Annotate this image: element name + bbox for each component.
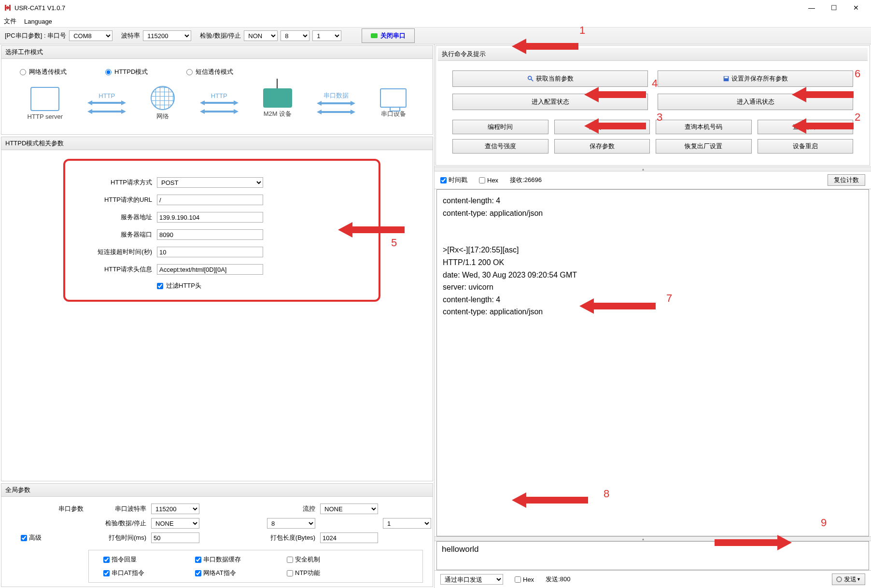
send-count-label: 发送:800 bbox=[546, 575, 570, 584]
server-port-input[interactable] bbox=[157, 229, 263, 240]
server-addr-input[interactable] bbox=[157, 212, 263, 223]
send-via-select[interactable]: 通过串口发送 bbox=[440, 574, 503, 585]
cmd-echo-checkbox[interactable]: 指令回显 bbox=[103, 555, 176, 564]
compile-time-button[interactable]: 编程时间 bbox=[452, 120, 548, 134]
global-params-title: 全局参数 bbox=[1, 484, 433, 497]
annotation-number-9: 9 bbox=[821, 517, 827, 529]
timestamp-checkbox[interactable]: 时间戳 bbox=[440, 176, 467, 184]
http-server-label: HTTP server bbox=[28, 113, 63, 120]
get-current-params-button[interactable]: 获取当前参数 bbox=[452, 70, 648, 87]
annotation-number-4: 4 bbox=[652, 77, 658, 90]
reset-count-button[interactable]: 复位计数 bbox=[828, 174, 865, 186]
factory-reset-button[interactable]: 恢复出厂设置 bbox=[656, 139, 752, 154]
mode-net-transparent-radio[interactable]: 网络透传模式 bbox=[20, 68, 67, 76]
http-header-label: HTTP请求头信息 bbox=[80, 265, 152, 274]
http-url-label: HTTP请求的URL bbox=[80, 196, 152, 204]
splitter-top[interactable] bbox=[435, 167, 871, 171]
httpd-params-title: HTTPD模式相关参数 bbox=[1, 137, 433, 150]
rx-hex-checkbox[interactable]: Hex bbox=[479, 177, 498, 184]
menu-file[interactable]: 文件 bbox=[4, 17, 16, 26]
http-method-select[interactable]: POST bbox=[157, 177, 263, 188]
window-maximize-button[interactable]: ☐ bbox=[823, 0, 845, 15]
net-at-checkbox[interactable]: 网络AT指令 bbox=[195, 569, 267, 577]
close-port-button[interactable]: 关闭串口 bbox=[362, 28, 415, 43]
enter-config-mode-button[interactable]: 进入配置状态 bbox=[452, 94, 648, 110]
global-stopbits-select[interactable]: 1 bbox=[383, 518, 431, 529]
magnifier-icon bbox=[527, 75, 534, 82]
pack-len-input[interactable] bbox=[320, 532, 378, 543]
query-version-button[interactable]: 查询版本 bbox=[758, 120, 854, 134]
pack-time-input[interactable] bbox=[151, 532, 199, 543]
app-logo-icon bbox=[4, 4, 12, 12]
splitter-bottom[interactable] bbox=[435, 536, 871, 541]
timeout-input[interactable] bbox=[157, 247, 263, 257]
baud-select[interactable]: 115200 bbox=[143, 30, 191, 41]
enter-comm-mode-button[interactable]: 进入通讯状态 bbox=[658, 94, 853, 110]
mode-sms-label: 短信透传模式 bbox=[196, 68, 233, 76]
window-minimize-button[interactable]: — bbox=[801, 0, 823, 15]
serial-baud-select[interactable]: 115200 bbox=[151, 504, 199, 514]
receive-toolbar: 时间戳 Hex 接收:26696 复位计数 bbox=[435, 171, 871, 189]
query-imei-button[interactable]: 查询IMEI bbox=[554, 120, 650, 134]
databits-select[interactable]: 8 bbox=[281, 30, 309, 41]
pack-len-label: 打包长度(Bytes) bbox=[267, 533, 315, 542]
annotation-number-5: 5 bbox=[391, 237, 397, 249]
receive-text-area[interactable]: content-length: 4 content-type: applicat… bbox=[436, 189, 869, 536]
command-group-title: 执行命令及提示 bbox=[438, 48, 868, 61]
save-params-button[interactable]: 保存参数 bbox=[554, 139, 650, 154]
http-arrow-label: HTTP bbox=[98, 92, 115, 99]
port-status-led-icon bbox=[371, 33, 378, 38]
tx-hex-checkbox[interactable]: Hex bbox=[515, 576, 534, 583]
com-port-select[interactable]: COM8 bbox=[69, 30, 112, 41]
serial-at-checkbox[interactable]: 串口AT指令 bbox=[103, 569, 176, 577]
set-save-all-params-button[interactable]: 设置并保存所有参数 bbox=[658, 70, 853, 87]
global-parity-select[interactable]: NONE bbox=[151, 518, 199, 529]
pc-serial-params-label: [PC串口参数] : 串口号 bbox=[5, 31, 66, 40]
global-params-group: 全局参数 串口参数 串口波特率 115200 流控 NONE 检验/数据/停止 … bbox=[1, 483, 433, 587]
svg-line-1 bbox=[531, 79, 533, 81]
annotation-number-6: 6 bbox=[855, 68, 860, 80]
network-label: 网络 bbox=[156, 112, 169, 121]
send-button[interactable]: 发送 ▼ bbox=[832, 574, 865, 585]
flow-control-select[interactable]: NONE bbox=[320, 504, 378, 514]
mode-sms-radio[interactable]: 短信透传模式 bbox=[186, 68, 233, 76]
window-title: USR-CAT1 V1.0.7 bbox=[14, 4, 801, 12]
query-number-button[interactable]: 查询本机号码 bbox=[656, 120, 752, 134]
serial-cache-checkbox[interactable]: 串口数据缓存 bbox=[195, 555, 267, 564]
timeout-label: 短连接超时时间(秒) bbox=[80, 248, 152, 256]
security-checkbox[interactable]: 安全机制 bbox=[287, 555, 359, 564]
http-method-label: HTTP请求方式 bbox=[80, 178, 152, 187]
http-server-icon bbox=[30, 87, 59, 111]
http-header-input[interactable] bbox=[157, 264, 263, 275]
httpd-params-highlight: HTTP请求方式POST HTTP请求的URL 服务器地址 服务器端口 短连接超… bbox=[63, 159, 380, 302]
mode-httpd-radio[interactable]: HTTPD模式 bbox=[105, 68, 148, 76]
mode-httpd-label: HTTPD模式 bbox=[114, 68, 148, 76]
parity-select[interactable]: NONE bbox=[244, 30, 278, 41]
command-group: 执行命令及提示 获取当前参数 设置并保存所有参数 进入配置状态 进入通讯状态 编… bbox=[436, 45, 870, 166]
window-close-button[interactable]: ✕ bbox=[845, 0, 867, 15]
save-disk-icon bbox=[723, 75, 730, 82]
device-reboot-button[interactable]: 设备重启 bbox=[758, 139, 854, 154]
send-text-area[interactable]: helloworld bbox=[436, 541, 869, 570]
http-url-input[interactable] bbox=[157, 195, 263, 205]
global-pds-label: 检验/数据/停止 bbox=[88, 519, 146, 528]
baud-label: 波特率 bbox=[121, 31, 140, 40]
menu-language[interactable]: Language bbox=[24, 18, 52, 25]
menu-bar: 文件 Language bbox=[0, 15, 871, 27]
filter-http-header-checkbox[interactable] bbox=[157, 283, 163, 289]
annotation-number-8: 8 bbox=[604, 488, 609, 500]
annotation-number-2: 2 bbox=[855, 111, 860, 124]
server-addr-label: 服务器地址 bbox=[80, 213, 152, 222]
global-databits-select[interactable]: 8 bbox=[267, 518, 315, 529]
stopbits-select[interactable]: 1 bbox=[312, 30, 341, 41]
http-arrow-label-2: HTTP bbox=[211, 92, 227, 99]
send-status-icon bbox=[836, 576, 842, 582]
send-toolbar: 通过串口发送 Hex 发送:800 发送 ▼ bbox=[435, 570, 871, 588]
httpd-params-group: HTTPD模式相关参数 HTTP请求方式POST HTTP请求的URL 服务器地… bbox=[1, 137, 433, 481]
ntp-checkbox[interactable]: NTP功能 bbox=[287, 569, 359, 577]
advanced-checkbox[interactable]: 高级 bbox=[21, 533, 84, 542]
signal-strength-button[interactable]: 查信号强度 bbox=[452, 139, 548, 154]
serial-params-label: 串口参数 bbox=[11, 504, 84, 513]
network-globe-icon bbox=[151, 86, 175, 110]
receive-count-label: 接收:26696 bbox=[510, 176, 542, 184]
